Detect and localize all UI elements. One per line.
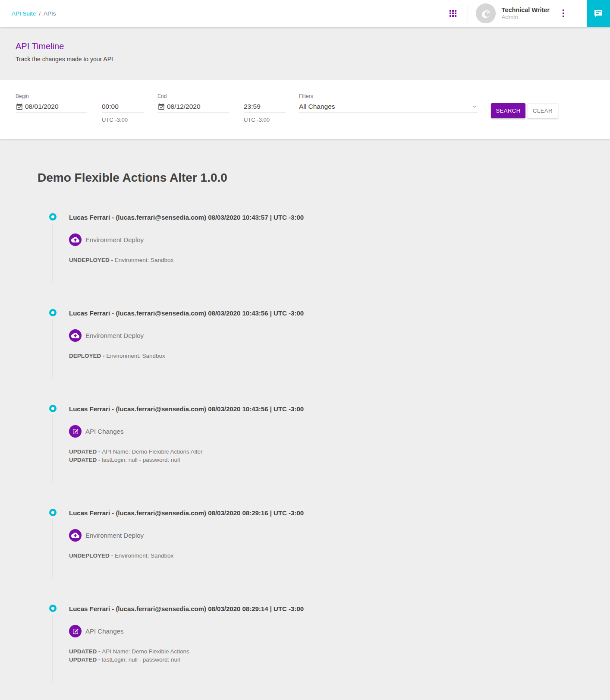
user-name: Technical Writer xyxy=(502,6,550,14)
timeline-rail xyxy=(49,405,57,482)
breadcrumb-separator: / xyxy=(39,10,41,17)
entry-author: Lucas Ferrari - (lucas.ferrari@sensedia.… xyxy=(69,405,304,413)
entry-action-row: Environment Deploy xyxy=(69,329,304,342)
filters-group: Filters All Changes xyxy=(299,93,478,113)
edit-icon xyxy=(69,425,82,438)
breadcrumb: API Suite / APIs xyxy=(0,10,56,17)
avatar[interactable] xyxy=(476,3,496,23)
entry-detail-line: UNDEPLOYED - Environment: Sandbox xyxy=(69,256,304,264)
apps-grid-icon[interactable] xyxy=(450,10,456,17)
end-label: End xyxy=(157,93,229,99)
end-time-value: 23:59 xyxy=(244,103,261,110)
end-date-group: End 08/12/2020 xyxy=(157,93,229,113)
end-time-input[interactable]: 23:59 xyxy=(244,103,286,113)
entry-detail-line: UPDATED - lastLogin: null - password: nu… xyxy=(69,456,304,464)
entry-action-label: API Changes xyxy=(85,627,123,635)
timeline-entry: Lucas Ferrari - (lucas.ferrari@sensedia.… xyxy=(49,213,610,282)
end-date-value: 08/12/2020 xyxy=(167,103,201,110)
timeline-section: Demo Flexible Actions Alter 1.0.0 Lucas … xyxy=(0,139,610,700)
sensedia-logo-icon xyxy=(476,3,496,23)
begin-time-value: 00:00 xyxy=(102,103,119,110)
search-button[interactable]: SEARCH xyxy=(491,103,525,118)
timeline-entry: Lucas Ferrari - (lucas.ferrari@sensedia.… xyxy=(49,605,610,682)
timeline-bullet-icon xyxy=(49,405,57,412)
entry-action-label: Environment Deploy xyxy=(85,236,144,243)
timeline-rail xyxy=(49,309,57,378)
entry-action-row: Environment Deploy xyxy=(69,529,304,542)
page-header: API Timeline Track the changes made to y… xyxy=(0,27,610,80)
edit-icon xyxy=(69,625,82,637)
cloud-upload-icon xyxy=(69,529,82,542)
timeline-line xyxy=(53,615,53,682)
calendar-icon[interactable] xyxy=(16,103,23,110)
topbar: API Suite / APIs Technical Writer Admin xyxy=(0,0,610,27)
timeline-entry: Lucas Ferrari - (lucas.ferrari@sensedia.… xyxy=(49,309,610,378)
entry-details: UPDATED - API Name: Demo Flexible Action… xyxy=(69,647,304,664)
entry-author: Lucas Ferrari - (lucas.ferrari@sensedia.… xyxy=(69,509,304,517)
user-block: Technical Writer Admin xyxy=(502,6,550,21)
entry-detail-line: UPDATED - lastLogin: null - password: nu… xyxy=(69,656,304,664)
api-version-title: Demo Flexible Actions Alter 1.0.0 xyxy=(38,171,610,185)
entry-details: UNDEPLOYED - Environment: Sandbox xyxy=(69,256,304,264)
begin-timezone: UTC -3:00 xyxy=(102,117,144,123)
calendar-icon[interactable] xyxy=(157,103,165,110)
entry-author: Lucas Ferrari - (lucas.ferrari@sensedia.… xyxy=(69,309,304,317)
filters-select[interactable]: All Changes xyxy=(299,103,478,113)
chat-icon xyxy=(593,8,604,19)
end-time-group: 23:59 UTC -3:00 xyxy=(244,93,286,123)
timeline-bullet-icon xyxy=(49,509,57,516)
timeline-entry: Lucas Ferrari - (lucas.ferrari@sensedia.… xyxy=(49,509,610,578)
entry-action-label: Environment Deploy xyxy=(85,532,144,539)
timeline-rail xyxy=(49,213,57,282)
begin-date-input[interactable]: 08/01/2020 xyxy=(16,103,87,113)
entry-detail-line: UPDATED - API Name: Demo Flexible Action… xyxy=(69,647,304,656)
chat-button[interactable] xyxy=(587,0,610,27)
entry-author: Lucas Ferrari - (lucas.ferrari@sensedia.… xyxy=(69,605,304,612)
filter-bar: Begin 08/01/2020 00:00 UTC -3:00 End 08/… xyxy=(0,80,610,139)
entry-details: DEPLOYED - Environment: Sandbox xyxy=(69,352,304,360)
begin-label: Begin xyxy=(16,93,87,99)
timeline-entry: Lucas Ferrari - (lucas.ferrari@sensedia.… xyxy=(49,405,610,482)
timeline-rail xyxy=(49,605,57,682)
timeline-entries: Lucas Ferrari - (lucas.ferrari@sensedia.… xyxy=(38,213,610,682)
filters-selected-value: All Changes xyxy=(299,103,335,110)
entry-action-label: Environment Deploy xyxy=(85,332,144,339)
timeline-line xyxy=(53,319,53,378)
timeline-line xyxy=(53,415,53,482)
user-role: Admin xyxy=(502,14,550,21)
begin-date-group: Begin 08/01/2020 xyxy=(16,93,87,113)
more-options-icon[interactable] xyxy=(561,8,566,19)
timeline-line xyxy=(53,224,53,282)
end-date-input[interactable]: 08/12/2020 xyxy=(157,103,229,113)
topbar-divider xyxy=(468,4,468,22)
entry-action-label: API Changes xyxy=(85,428,123,435)
timeline-bullet-icon xyxy=(49,213,57,221)
filters-label: Filters xyxy=(299,93,478,99)
entry-detail-line: UNDEPLOYED - Environment: Sandbox xyxy=(69,552,304,560)
begin-date-value: 08/01/2020 xyxy=(25,103,59,110)
timeline-rail xyxy=(49,509,57,578)
end-timezone: UTC -3:00 xyxy=(244,117,286,123)
entry-action-row: API Changes xyxy=(69,425,304,438)
entry-action-row: Environment Deploy xyxy=(69,233,304,246)
cloud-upload-icon xyxy=(69,329,82,342)
breadcrumb-api-suite[interactable]: API Suite xyxy=(12,10,36,17)
begin-time-input[interactable]: 00:00 xyxy=(102,103,144,113)
begin-time-group: 00:00 UTC -3:00 xyxy=(102,93,144,123)
entry-action-row: API Changes xyxy=(69,625,304,637)
cloud-upload-icon xyxy=(69,233,82,246)
entry-detail-line: DEPLOYED - Environment: Sandbox xyxy=(69,352,304,360)
page-title: API Timeline xyxy=(16,41,594,51)
entry-detail-line: UPDATED - API Name: Demo Flexible Action… xyxy=(69,448,304,456)
filter-buttons: SEARCH CLEAR xyxy=(491,93,558,118)
chevron-down-icon[interactable] xyxy=(472,104,478,110)
entry-author: Lucas Ferrari - (lucas.ferrari@sensedia.… xyxy=(69,214,304,221)
timeline-line xyxy=(53,519,53,578)
timeline-bullet-icon xyxy=(49,309,57,316)
breadcrumb-apis: APIs xyxy=(44,10,56,17)
entry-details: UPDATED - API Name: Demo Flexible Action… xyxy=(69,448,304,464)
clear-button[interactable]: CLEAR xyxy=(527,103,558,118)
page-subtitle: Track the changes made to your API xyxy=(16,56,594,63)
entry-details: UNDEPLOYED - Environment: Sandbox xyxy=(69,552,304,560)
timeline-bullet-icon xyxy=(49,605,57,612)
